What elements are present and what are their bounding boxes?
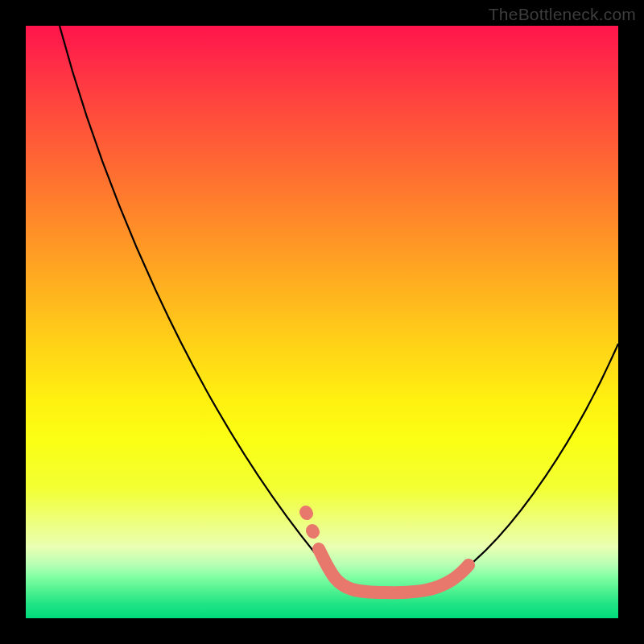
watermark-text: TheBottleneck.com [489, 5, 636, 24]
series-black-curve [60, 26, 618, 592]
series-coral-highlight [319, 549, 469, 592]
series-group [60, 26, 618, 592]
chart-svg [26, 26, 618, 618]
series-coral-dot-1 [312, 530, 313, 532]
chart-frame: TheBottleneck.com [0, 0, 644, 644]
series-coral-dot-2 [306, 512, 307, 514]
plot-area [26, 26, 618, 618]
